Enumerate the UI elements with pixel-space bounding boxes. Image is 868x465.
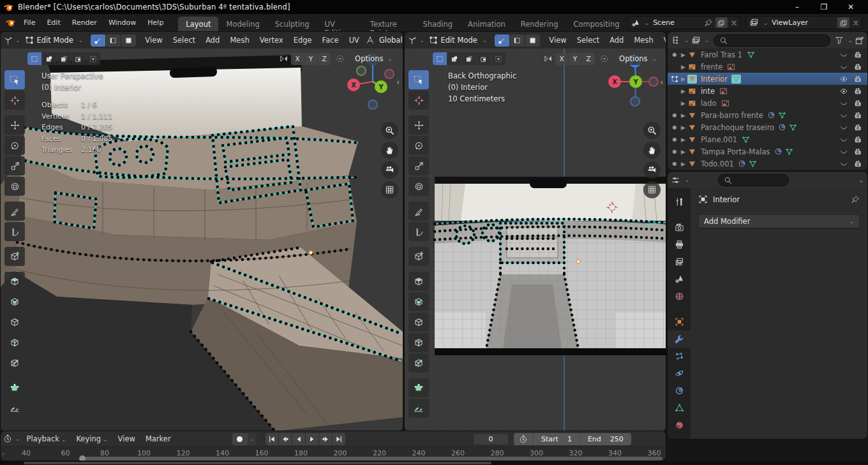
cursor-3d-tool-button[interactable] <box>4 91 25 110</box>
orientation-dropdown[interactable]: Global ⌄ <box>375 34 403 46</box>
eye-open-icon[interactable] <box>839 75 848 83</box>
properties-tab-scene[interactable] <box>668 270 691 288</box>
outliner-item-name[interactable]: Farol Tras 1 <box>701 50 742 59</box>
properties-tab-view-layer[interactable] <box>668 253 691 270</box>
select-tool-option-1[interactable] <box>433 52 447 65</box>
camera-visibility-icon[interactable] <box>854 100 862 107</box>
gizmo-neg-z-axis[interactable] <box>368 100 378 110</box>
new-viewlayer-button[interactable] <box>837 17 849 28</box>
viewport-menu-view[interactable]: View <box>544 33 571 47</box>
menu-render[interactable]: Render <box>66 16 103 29</box>
workspace-tab-shading[interactable]: Shading <box>415 17 460 32</box>
measure-tool-button[interactable] <box>4 222 25 241</box>
close-button[interactable]: ✕ <box>837 3 864 11</box>
viewport-menu-view[interactable]: View <box>140 33 167 47</box>
select-tool-option-4[interactable] <box>477 52 491 65</box>
camera-visibility-icon[interactable] <box>854 87 862 95</box>
eye-closed-icon[interactable] <box>839 63 848 71</box>
viewport-menu-mesh[interactable]: Mesh <box>629 33 658 47</box>
outliner-item[interactable]: ●▶Todo.001 <box>668 158 867 170</box>
workspace-tab-uv-editing[interactable]: UV Editing <box>317 17 362 32</box>
camera-visibility-icon[interactable] <box>854 136 862 144</box>
knife-tool-button[interactable] <box>408 353 429 373</box>
bevel-tool-button[interactable] <box>408 313 429 332</box>
viewport-menu-uv[interactable]: UV <box>344 33 364 47</box>
properties-tab-render[interactable] <box>668 219 691 236</box>
new-scene-button[interactable] <box>715 17 728 28</box>
select-tool-option-3[interactable] <box>462 52 476 65</box>
properties-tab-physics[interactable] <box>668 365 691 382</box>
ruler-expand-arrow[interactable]: › <box>2 450 4 458</box>
outliner-item-name[interactable]: Para-barro frente <box>701 111 763 120</box>
properties-tab-object[interactable] <box>668 313 691 330</box>
spin-tool-button[interactable] <box>4 399 25 418</box>
outliner-search[interactable] <box>714 34 830 47</box>
use-preview-range-button[interactable] <box>514 433 533 445</box>
properties-tab-modifiers[interactable] <box>668 330 691 348</box>
spin-tool-button[interactable] <box>408 399 429 418</box>
perspective-toggle-button[interactable] <box>643 181 661 198</box>
workspace-tab-sculpting[interactable]: Sculpting <box>267 17 317 32</box>
prev-keyframe-button[interactable] <box>279 433 292 445</box>
gizmo-neg-y-axis[interactable] <box>356 66 366 76</box>
camera-visibility-icon[interactable] <box>854 124 862 131</box>
viewport-menu-mesh[interactable]: Mesh <box>225 33 254 47</box>
play-reverse-button[interactable] <box>292 433 305 445</box>
outliner-item[interactable]: ▶inte <box>668 85 867 97</box>
face-select-button[interactable] <box>121 34 136 47</box>
next-keyframe-button[interactable] <box>319 433 332 445</box>
edge-select-button[interactable] <box>510 34 525 47</box>
select-tool-option-5[interactable] <box>491 52 505 65</box>
timeline-editor-icon[interactable] <box>3 434 12 443</box>
annotate-tool-button[interactable] <box>4 202 25 221</box>
camera-view-button[interactable] <box>381 161 398 179</box>
properties-tab-material[interactable] <box>668 417 691 434</box>
measure-tool-button[interactable] <box>408 222 429 241</box>
zoom-button[interactable] <box>381 122 398 139</box>
play-button[interactable] <box>306 433 318 445</box>
eye-closed-icon[interactable] <box>839 51 848 59</box>
expand-caret-icon[interactable]: ▶ <box>681 76 685 82</box>
scale-tool-button[interactable] <box>4 156 25 175</box>
inset-faces-tool-button[interactable] <box>408 292 429 311</box>
select-tool-option-3[interactable] <box>57 52 71 65</box>
poly-build-tool-button[interactable] <box>408 378 429 397</box>
eye-closed-icon[interactable] <box>839 112 848 119</box>
perspective-toggle-button[interactable] <box>381 181 398 198</box>
outliner-item[interactable]: ▶Interior <box>668 73 867 85</box>
viewport-menu-face[interactable]: Face <box>317 33 344 47</box>
jump-to-start-button[interactable] <box>266 433 278 445</box>
eye-closed-icon[interactable] <box>839 124 848 131</box>
outliner-item-name[interactable]: Parachoque traseiro <box>701 123 774 132</box>
properties-tab-constraints[interactable] <box>668 382 691 399</box>
mirror-z-button[interactable]: Z <box>318 53 331 65</box>
camera-visibility-icon[interactable] <box>854 112 862 119</box>
modifier-icon[interactable] <box>774 147 782 156</box>
select-tool-option-5[interactable] <box>86 52 100 65</box>
expand-caret-icon[interactable]: ▶ <box>681 161 685 167</box>
vertex-select-button[interactable] <box>495 34 509 47</box>
cursor-3d-tool-button[interactable] <box>408 91 429 110</box>
unlink-scene-icon[interactable] <box>730 19 738 27</box>
viewport-menu-select[interactable]: Select <box>572 33 604 47</box>
expand-caret-icon[interactable]: ▶ <box>681 88 685 94</box>
rotate-tool-button[interactable] <box>408 136 429 155</box>
camera-visibility-icon[interactable] <box>854 75 862 83</box>
zoom-button[interactable] <box>643 122 661 139</box>
menu-file[interactable]: File <box>18 16 41 29</box>
editor-type-icon[interactable] <box>3 36 13 45</box>
add-modifier-dropdown[interactable]: Add Modifier ⌄ <box>698 214 860 228</box>
end-frame-field[interactable]: End250 <box>580 433 631 445</box>
timeline-menu-view[interactable]: View <box>113 432 140 445</box>
properties-tab-tool[interactable] <box>668 193 691 210</box>
chevron-down-icon[interactable]: ⌄ <box>858 176 864 184</box>
gizmo-neg-z-axis[interactable] <box>630 96 640 107</box>
rotate-tool-button[interactable] <box>4 136 25 155</box>
viewlayer-selector[interactable]: ⌄ ViewLayer <box>745 16 862 29</box>
expand-caret-icon[interactable]: ▶ <box>681 100 685 107</box>
loop-cut-tool-button[interactable] <box>4 333 25 352</box>
workspace-tab-modeling[interactable]: Modeling <box>218 17 267 32</box>
expand-caret-icon[interactable]: ▶ <box>681 149 685 155</box>
menu-help[interactable]: Help <box>142 16 169 29</box>
expand-caret-icon[interactable]: ▶ <box>681 52 685 58</box>
